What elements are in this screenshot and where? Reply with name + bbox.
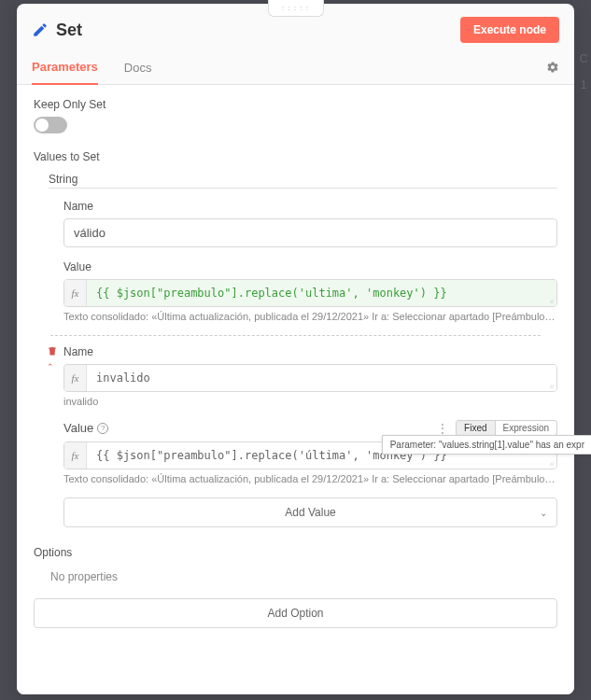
- kebab-menu-icon[interactable]: ⋮: [437, 422, 448, 435]
- right-edge-1: 1: [576, 78, 591, 91]
- row-controls: ⌃: [47, 345, 58, 371]
- add-value-label: Add Value: [285, 506, 336, 519]
- node-title: Set: [56, 21, 460, 40]
- tabs-bar: Parameters Docs: [17, 50, 574, 85]
- add-value-button[interactable]: Add Value ⌄: [63, 497, 557, 527]
- name-preview-1: invalido: [63, 396, 557, 407]
- string-item-1: ⌃ Name fx ⟓ invalido: [63, 345, 557, 407]
- add-option-label: Add Option: [267, 607, 323, 620]
- name-label: Name: [63, 200, 557, 213]
- tab-parameters[interactable]: Parameters: [32, 50, 98, 85]
- options-label: Options: [34, 546, 557, 559]
- toggle-knob: [35, 119, 49, 132]
- name-label: Name: [63, 345, 557, 358]
- add-option-button[interactable]: Add Option: [34, 598, 557, 628]
- fx-badge: fx: [64, 365, 87, 391]
- value-row-header: Value ? ⋮ Fixed Expression: [63, 420, 557, 436]
- value-preview-1: Texto consolidado: «Última actualización…: [63, 473, 557, 484]
- tab-docs[interactable]: Docs: [124, 51, 152, 84]
- drag-handle[interactable]: : : : : :: [268, 0, 324, 17]
- no-properties-text: No properties: [50, 570, 557, 583]
- resize-grip-icon[interactable]: ⟓: [549, 457, 554, 467]
- options-section: Options No properties Add Option: [34, 546, 557, 628]
- trash-icon[interactable]: [47, 345, 58, 357]
- fx-badge: fx: [64, 280, 87, 306]
- mode-fixed[interactable]: Fixed: [457, 421, 494, 435]
- value-expression-input-0[interactable]: [87, 280, 556, 306]
- string-item-0: Name: [63, 200, 557, 247]
- resize-grip-icon[interactable]: ⟓: [549, 380, 554, 389]
- value-label: Value: [63, 260, 557, 273]
- mode-expression[interactable]: Expression: [495, 421, 556, 435]
- value-label: Value: [63, 421, 93, 435]
- execute-node-button[interactable]: Execute node: [460, 17, 559, 43]
- collapse-caret-icon[interactable]: ⌃: [47, 362, 58, 371]
- values-to-set-label: Values to Set: [34, 150, 557, 163]
- string-item-0-value: Value fx ⟓ Texto consolidado: «Última ac…: [63, 260, 557, 322]
- right-panel-edge: C 1: [576, 52, 591, 105]
- keep-only-set-label: Keep Only Set: [34, 98, 557, 111]
- mode-toggle: Fixed Expression: [456, 420, 557, 436]
- right-edge-c: C: [576, 52, 591, 65]
- name-input-0[interactable]: [63, 218, 557, 247]
- edit-pencil-icon: [32, 21, 49, 38]
- node-editor-modal: Set Execute node Parameters Docs Keep On…: [17, 4, 574, 694]
- string-section-header: String: [49, 173, 557, 189]
- gear-icon[interactable]: [546, 61, 559, 74]
- help-icon[interactable]: ?: [97, 423, 108, 434]
- name-expression-input-1[interactable]: [87, 365, 556, 391]
- value-preview-0: Texto consolidado: «Última actualización…: [63, 311, 557, 322]
- item-separator: [50, 335, 541, 336]
- error-tooltip: Parameter: "values.string[1].value" has …: [382, 435, 591, 455]
- resize-grip-icon[interactable]: ⟓: [549, 295, 554, 304]
- fx-badge: fx: [64, 442, 87, 469]
- name-input-wrap-1: fx ⟓: [63, 364, 557, 392]
- expression-input-wrap-0: fx ⟓: [63, 279, 557, 307]
- chevron-down-icon: ⌄: [540, 508, 547, 518]
- parameters-panel: Keep Only Set Values to Set String Name …: [17, 85, 574, 694]
- keep-only-set-toggle[interactable]: [34, 117, 67, 133]
